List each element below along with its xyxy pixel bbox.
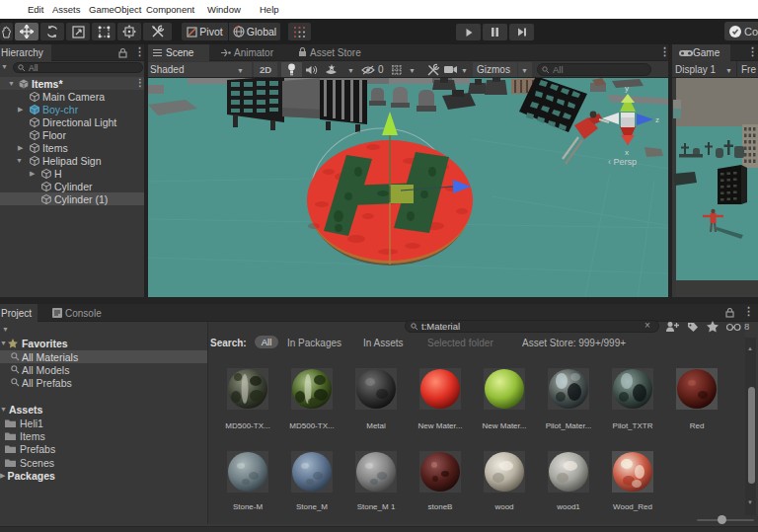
svg-text:‹ Persp: ‹ Persp (608, 157, 637, 167)
svg-text:x: x (625, 148, 629, 157)
svg-text:z: z (655, 115, 659, 124)
svg-text:y: y (625, 84, 629, 93)
